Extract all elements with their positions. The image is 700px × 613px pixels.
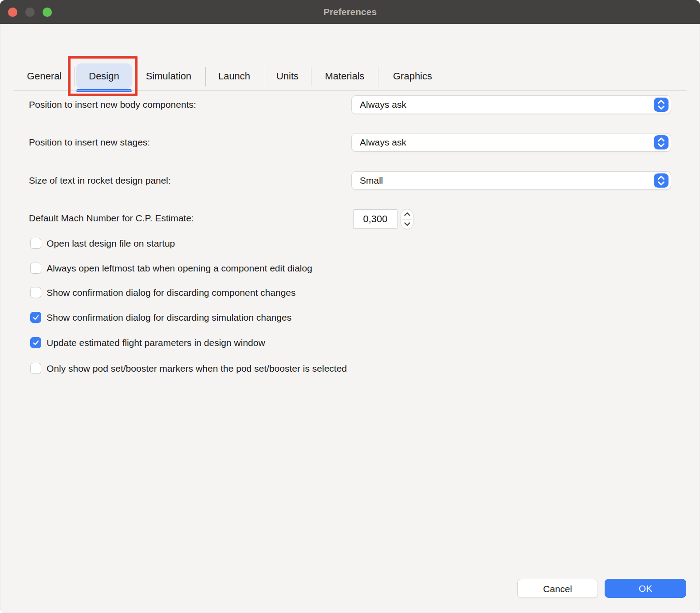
checkbox-confirm-component-changes[interactable]: [30, 287, 41, 298]
tab-separator: [137, 67, 138, 86]
label-insert-stages: Position to insert new stages:: [29, 133, 150, 152]
tab-simulation[interactable]: Simulation: [140, 67, 197, 86]
window-title: Preferences: [0, 0, 700, 24]
dropdown-insert-stages[interactable]: Always ask: [351, 133, 671, 152]
preferences-window: Preferences General Design Simulation La…: [0, 0, 700, 613]
tab-separator: [265, 67, 265, 86]
tab-launch[interactable]: Launch: [212, 67, 256, 86]
tab-design[interactable]: Design: [76, 67, 132, 86]
chevron-up-down-icon: [654, 173, 669, 188]
dropdown-insert-body-components[interactable]: Always ask: [351, 95, 671, 114]
stepper-up-button[interactable]: [401, 209, 413, 219]
checkbox-label: Update estimated flight parameters in de…: [47, 337, 265, 348]
tab-separator: [378, 67, 378, 86]
dropdown-selected-value: Small: [360, 172, 383, 189]
chevron-up-down-icon: [654, 135, 669, 149]
label-text-size-design-panel: Size of text in rocket design panel:: [29, 171, 171, 190]
checkbox-open-leftmost-tab[interactable]: [30, 263, 41, 274]
dropdown-text-size-design-panel[interactable]: Small: [351, 171, 671, 190]
chevron-up-icon: [404, 212, 411, 216]
mach-number-input[interactable]: 0,300: [353, 209, 397, 229]
checkbox-label: Always open leftmost tab when opening a …: [47, 263, 312, 274]
tab-bar-divider: [13, 90, 687, 91]
tab-separator: [75, 67, 75, 86]
checkbox-label: Open last design file on startup: [47, 238, 175, 249]
checkbox-label: Show confirmation dialog for discarding …: [47, 312, 291, 323]
label-default-mach-number: Default Mach Number for C.P. Estimate:: [29, 209, 194, 228]
stepper-down-button[interactable]: [401, 219, 413, 229]
tab-graphics[interactable]: Graphics: [384, 67, 441, 86]
tab-materials[interactable]: Materials: [316, 67, 374, 86]
tab-units[interactable]: Units: [267, 67, 307, 86]
dropdown-selected-value: Always ask: [360, 134, 406, 151]
mach-number-stepper: [401, 209, 413, 229]
checkbox-label: Show confirmation dialog for discarding …: [47, 287, 296, 298]
ok-button[interactable]: OK: [605, 579, 686, 598]
checkbox-open-last-design[interactable]: [30, 238, 41, 249]
check-icon: [32, 340, 39, 346]
tab-bar: General Design Simulation Launch Units M…: [0, 24, 700, 73]
title-bar: Preferences: [0, 0, 700, 24]
check-icon: [32, 314, 39, 320]
checkbox-confirm-simulation-changes[interactable]: [30, 312, 41, 323]
chevron-down-icon: [404, 222, 411, 226]
checkbox-label: Only show pod set/booster markers when t…: [47, 363, 347, 374]
tab-separator: [205, 67, 206, 86]
tab-general[interactable]: General: [18, 67, 71, 86]
checkbox-update-flight-parameters[interactable]: [30, 337, 41, 348]
cancel-button[interactable]: Cancel: [517, 579, 598, 598]
checkbox-pod-set-booster-markers[interactable]: [30, 363, 41, 374]
tab-separator: [311, 67, 311, 86]
chevron-up-down-icon: [654, 98, 669, 112]
label-insert-body-components: Position to insert new body components:: [29, 95, 196, 114]
dropdown-selected-value: Always ask: [360, 96, 406, 114]
